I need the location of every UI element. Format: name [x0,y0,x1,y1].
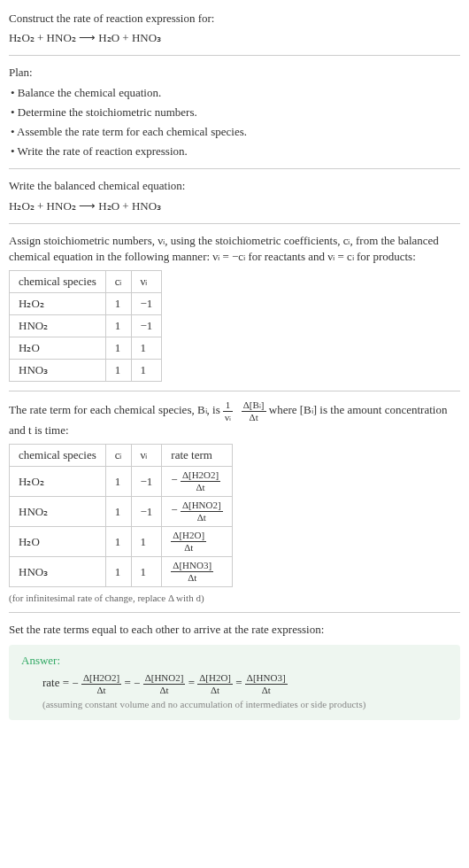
table-row: HNO₂ 1 −1 − Δ[HNO2] Δt [10,497,233,527]
rate-frac: Δ[H2O2] Δt [181,470,220,492]
table-cell-species: H₂O [10,337,106,360]
rate-sign: − [134,677,140,690]
frac-num: Δ[HNO2] [143,673,186,685]
divider [9,612,460,613]
table-cell: 1 [131,527,162,557]
table-row: H₂O₂ 1 −1 − Δ[H2O2] Δt [10,467,233,497]
table-cell: −1 [131,467,162,497]
balanced-heading: Write the balanced chemical equation: [9,178,460,194]
rate-frac: Δ[H2O2] Δt [81,673,121,695]
balanced-equation: H₂O₂ + HNO₂ ⟶ H₂O + HNO₃ [9,198,460,214]
table-cell-species: H₂O₂ [10,467,106,497]
table-cell-rate: − Δ[H2O2] Δt [162,467,232,497]
plan-item: • Determine the stoichiometric numbers. [11,105,460,120]
rate-term-text-pre: The rate term for each chemical species,… [9,404,223,417]
answer-label: Answer: [21,654,448,668]
answer-term: − Δ[H2O2] Δt [72,677,124,690]
table-cell-rate: − Δ[HNO2] Δt [162,497,232,527]
frac-num: Δ[H2O2] [181,470,220,482]
table-cell-rate: Δ[H2O] Δt [162,527,232,557]
rate-sign: − [171,474,177,487]
plan-item: • Balance the chemical equation. [11,85,460,101]
table-header: cᵢ [105,271,131,293]
rate-frac: Δ[HNO3] Δt [171,561,213,583]
divider [9,168,460,169]
infinitesimal-note: (for infinitesimal rate of change, repla… [9,593,460,603]
table-header-row: chemical species cᵢ νᵢ rate term [10,445,233,467]
table-header: νᵢ [131,445,162,467]
rate-frac: Δ[HNO2] Δt [143,673,186,695]
frac-num: Δ[HNO3] [171,561,213,572]
table-cell: 1 [105,337,131,360]
frac-num: Δ[HNO3] [245,673,288,685]
answer-box: Answer: rate = − Δ[H2O2] Δt = − Δ[HNO2] … [9,645,460,720]
table-cell: 1 [105,497,131,527]
answer-rate-prefix: rate = [42,677,72,690]
table-row: H₂O₂ 1 −1 [10,293,162,315]
table-header: chemical species [10,271,106,293]
table-cell: 1 [105,315,131,337]
plan-item: • Write the rate of reaction expression. [11,143,460,159]
table-header: cᵢ [105,445,131,467]
divider [9,55,460,56]
frac-den: Δt [171,572,213,583]
divider [9,223,460,224]
rate-frac: Δ[HNO2] Δt [181,500,223,523]
frac-den: Δt [181,482,220,492]
table-cell: 1 [105,557,131,587]
frac-num: 1 [223,400,233,412]
set-equal-text: Set the rate terms equal to each other t… [9,622,460,638]
answer-expression: rate = − Δ[H2O2] Δt = − Δ[HNO2] Δt = Δ[H… [42,673,448,695]
frac-den: Δt [181,512,223,523]
frac-num: Δ[Bᵢ] [242,400,266,412]
frac-den: Δt [81,685,121,695]
rate-frac: Δ[H2O] Δt [171,531,206,553]
main-equation: H₂O₂ + HNO₂ ⟶ H₂O + HNO₃ [9,30,460,46]
table-cell-species: HNO₃ [10,557,106,587]
table-cell: 1 [105,293,131,315]
stoich-table-2: chemical species cᵢ νᵢ rate term H₂O₂ 1 … [9,444,233,587]
plan-heading: Plan: [9,65,460,81]
answer-assumption-note: (assuming constant volume and no accumul… [42,699,448,709]
frac-num: Δ[H2O] [171,531,206,542]
table-row: HNO₂ 1 −1 [10,315,162,337]
plan-item: • Assemble the rate term for each chemic… [11,124,460,140]
frac-den: Δt [171,542,206,553]
frac-den: Δt [245,685,288,695]
table-cell: 1 [105,527,131,557]
table-cell-species: H₂O₂ [10,293,106,315]
frac-den: Δt [143,685,186,695]
table-cell-species: HNO₃ [10,360,106,382]
table-cell: −1 [131,497,162,527]
frac-num: Δ[HNO2] [181,500,223,512]
frac-den: Δt [197,685,233,695]
answer-term: − Δ[HNO2] Δt [134,677,188,690]
table-cell: −1 [131,293,162,315]
table-header: chemical species [10,445,106,467]
table-cell: 1 [105,360,131,382]
table-cell-species: HNO₂ [10,497,106,527]
rate-term-outer-frac: 1 νᵢ [223,400,233,422]
rate-frac: Δ[HNO3] Δt [245,673,288,695]
table-cell: 1 [105,467,131,497]
table-cell: 1 [131,337,162,360]
assign-text: Assign stoichiometric numbers, νᵢ, using… [9,233,460,265]
table-cell: 1 [131,360,162,382]
table-cell: 1 [131,557,162,587]
rate-term-inner-frac: Δ[Bᵢ] Δt [242,400,266,422]
table-header: rate term [162,445,232,467]
answer-term: Δ[HNO3] Δt [245,677,288,690]
table-cell-species: HNO₂ [10,315,106,337]
rate-sign: − [72,677,78,690]
frac-num: Δ[H2O] [197,673,233,685]
rate-frac: Δ[H2O] Δt [197,673,233,695]
table-header-row: chemical species cᵢ νᵢ [10,271,162,293]
prompt-line1: Construct the rate of reaction expressio… [9,11,460,27]
frac-num: Δ[H2O2] [81,673,121,685]
table-cell: −1 [131,315,162,337]
divider [9,391,460,391]
table-cell-rate: Δ[HNO3] Δt [162,557,232,587]
frac-den: νᵢ [223,412,233,422]
table-row: H₂O 1 1 [10,337,162,360]
table-row: HNO₃ 1 1 [10,360,162,382]
